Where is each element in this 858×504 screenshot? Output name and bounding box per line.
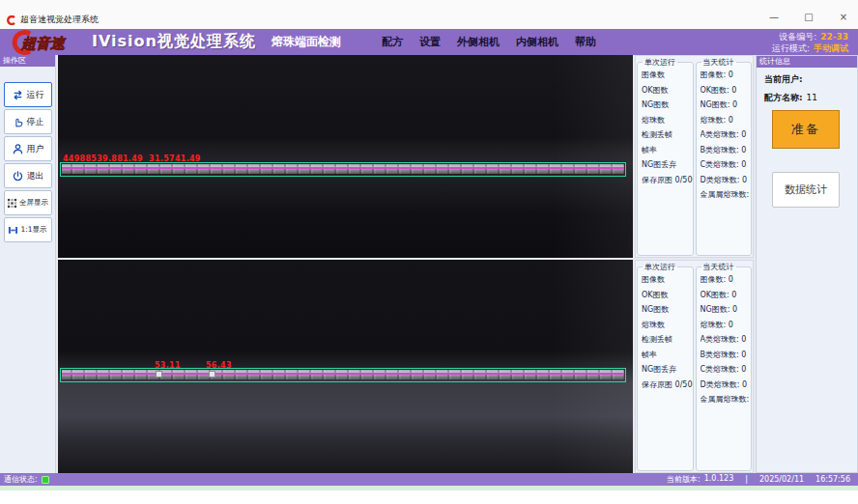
bottom-accent-strip bbox=[0, 486, 858, 490]
stat-row: D类熔珠数: 0 bbox=[701, 378, 752, 393]
stat-row: 检测丢帧 bbox=[642, 127, 693, 143]
stat-row: NG图数 bbox=[642, 98, 693, 113]
user-button-label: 用户 bbox=[27, 143, 44, 155]
stat-row: A类熔珠数: 0 bbox=[701, 127, 752, 143]
single-run-rows: 图像数OK图数NG图数熔珠数检测丢帧帧率NG图丢弃保存原图 0/500 bbox=[642, 68, 693, 187]
info-panel-title: 统计信息 bbox=[757, 56, 857, 68]
stat-row: 图像数: 0 bbox=[701, 68, 752, 83]
daily-stats-rows: 图像数: 0OK图数: 0NG图数: 0熔珠数: 0A类熔珠数: 0B类熔珠数:… bbox=[701, 272, 752, 407]
sidebar-title: 操作区 bbox=[0, 55, 55, 67]
centerline-overlay bbox=[62, 373, 624, 375]
version-label: 当前版本: bbox=[667, 474, 701, 485]
detection-box bbox=[60, 162, 626, 177]
daily-stats-title: 当天统计 bbox=[701, 57, 736, 68]
stat-row: B类熔珠数: 0 bbox=[701, 143, 752, 158]
app-subtitle: 熔珠端面检测 bbox=[272, 34, 341, 50]
app-title: IVision视觉处理系统 bbox=[92, 32, 256, 52]
stat-row: 图像数 bbox=[642, 68, 693, 83]
user-button[interactable]: 用户 bbox=[4, 136, 52, 161]
hand-icon bbox=[12, 116, 24, 128]
stat-row: 金属屑熔珠数: 0 bbox=[701, 392, 752, 407]
daily-stats-group: 当天统计 图像数: 0OK图数: 0NG图数: 0熔珠数: 0A类熔珠数: 0B… bbox=[696, 262, 753, 471]
menu-item[interactable]: 帮助 bbox=[575, 35, 596, 49]
measurement-annotation: 56.43 bbox=[206, 361, 232, 370]
stat-row: 熔珠数 bbox=[642, 113, 693, 128]
brand-logo-text: 超音速 bbox=[20, 35, 67, 52]
detection-box bbox=[60, 368, 626, 382]
inner-camera-viewport: 53.11 56.43 bbox=[58, 260, 633, 473]
recipe-name-label: 配方名称: bbox=[764, 93, 803, 102]
comm-status-indicator-icon bbox=[42, 476, 49, 484]
single-run-rows: 图像数OK图数NG图数熔珠数检测丢帧帧率NG图丢弃保存原图 0/500 bbox=[642, 272, 693, 392]
stat-row: A类熔珠数: 0 bbox=[701, 332, 752, 348]
stop-button[interactable]: 停止 bbox=[4, 109, 52, 134]
power-icon bbox=[12, 170, 24, 182]
device-number-label: 设备编号: bbox=[779, 32, 816, 42]
minimize-icon[interactable]: — bbox=[767, 11, 781, 24]
stat-row: 帧率 bbox=[642, 143, 693, 158]
status-separator: | bbox=[745, 475, 748, 484]
exit-button-label: 退出 bbox=[27, 170, 44, 182]
stat-row: 图像数: 0 bbox=[701, 272, 752, 288]
stat-row: OK图数: 0 bbox=[701, 83, 752, 98]
menu-item[interactable]: 外侧相机 bbox=[457, 35, 500, 49]
stat-row: NG图数 bbox=[642, 302, 693, 318]
single-run-title: 单次运行 bbox=[643, 262, 677, 272]
stop-button-label: 停止 bbox=[27, 116, 44, 128]
centerline-overlay bbox=[62, 167, 624, 169]
app-window: 超音速视觉处理系统 — □ × 超音速 IVision视觉处理系统 熔珠端面检测… bbox=[0, 0, 858, 504]
measurement-annotation: 53.11 bbox=[155, 361, 181, 370]
stat-row: C类熔珠数: 0 bbox=[701, 157, 752, 173]
version-value: 1.0.123 bbox=[704, 474, 734, 485]
stat-row: 熔珠数 bbox=[642, 318, 693, 333]
current-user-label: 当前用户: bbox=[764, 74, 803, 84]
daily-stats-title: 当天统计 bbox=[701, 262, 736, 272]
menu-bar: 配方设置外侧相机内侧相机帮助 bbox=[382, 35, 596, 49]
stat-row: NG图数: 0 bbox=[701, 302, 752, 318]
window-titlebar: 超音速视觉处理系统 — □ × bbox=[0, 0, 858, 29]
status-date: 2025/02/11 bbox=[759, 475, 804, 484]
stat-row: 熔珠数: 0 bbox=[701, 318, 752, 333]
person-icon bbox=[12, 143, 24, 155]
one-to-one-button[interactable]: 1:1显示 bbox=[4, 217, 52, 242]
stat-row: B类熔珠数: 0 bbox=[701, 348, 752, 363]
fullscreen-button-label: 全屏显示 bbox=[19, 198, 48, 208]
menu-item[interactable]: 配方 bbox=[382, 35, 403, 49]
maximize-icon[interactable]: □ bbox=[802, 11, 815, 24]
stat-row: D类熔珠数: 0 bbox=[701, 173, 752, 188]
stats-panel-bottom: 单次运行 图像数OK图数NG图数熔珠数检测丢帧帧率NG图丢弃保存原图 0/500… bbox=[635, 260, 754, 473]
stat-row: C类熔珠数: 0 bbox=[701, 362, 752, 378]
stat-row: 图像数 bbox=[642, 272, 693, 288]
fullscreen-button[interactable]: 全屏显示 bbox=[4, 190, 52, 215]
stat-row: OK图数: 0 bbox=[701, 288, 752, 303]
stat-row: 熔珠数: 0 bbox=[701, 113, 752, 128]
close-icon[interactable]: × bbox=[837, 11, 850, 24]
stat-row: OK图数 bbox=[642, 83, 693, 98]
header-info: 设备编号:22-33 运行模式:手动调试 bbox=[772, 31, 848, 54]
run-button-label: 运行 bbox=[27, 89, 44, 101]
brand-logo-icon: 超音速 bbox=[5, 30, 90, 55]
window-title: 超音速视觉处理系统 bbox=[20, 14, 99, 26]
menu-item[interactable]: 内侧相机 bbox=[516, 35, 558, 49]
main-area: 操作区 运行 停止 bbox=[0, 55, 858, 473]
single-run-group: 单次运行 图像数OK图数NG图数熔珠数检测丢帧帧率NG图丢弃保存原图 0/500 bbox=[637, 57, 694, 256]
data-statistics-button[interactable]: 数据统计 bbox=[772, 172, 840, 208]
stat-row: 保存原图 0/500 bbox=[642, 378, 693, 393]
defect-marker bbox=[209, 371, 215, 378]
one-to-one-icon bbox=[8, 225, 18, 236]
outer-camera-viewport: 44988539.881.49 31.5741.49 bbox=[58, 55, 633, 258]
stats-panel-top: 单次运行 图像数OK图数NG图数熔珠数检测丢帧帧率NG图丢弃保存原图 0/500… bbox=[635, 55, 754, 258]
defect-marker bbox=[156, 371, 162, 378]
stat-row: 保存原图 0/500 bbox=[642, 173, 693, 188]
menu-item[interactable]: 设置 bbox=[419, 35, 441, 49]
comm-status-label: 通信状态: bbox=[4, 474, 38, 485]
device-number-value: 22-33 bbox=[820, 32, 848, 42]
stat-row: 检测丢帧 bbox=[642, 332, 693, 348]
prepare-button[interactable]: 准备 bbox=[772, 110, 840, 149]
run-button[interactable]: 运行 bbox=[4, 82, 52, 107]
operation-sidebar: 操作区 运行 停止 bbox=[0, 55, 56, 473]
daily-stats-rows: 图像数: 0OK图数: 0NG图数: 0熔珠数: 0A类熔珠数: 0B类熔珠数:… bbox=[701, 68, 752, 203]
exit-button[interactable]: 退出 bbox=[4, 163, 52, 188]
stat-row: OK图数 bbox=[642, 288, 693, 303]
single-run-group: 单次运行 图像数OK图数NG图数熔珠数检测丢帧帧率NG图丢弃保存原图 0/500 bbox=[637, 262, 694, 471]
